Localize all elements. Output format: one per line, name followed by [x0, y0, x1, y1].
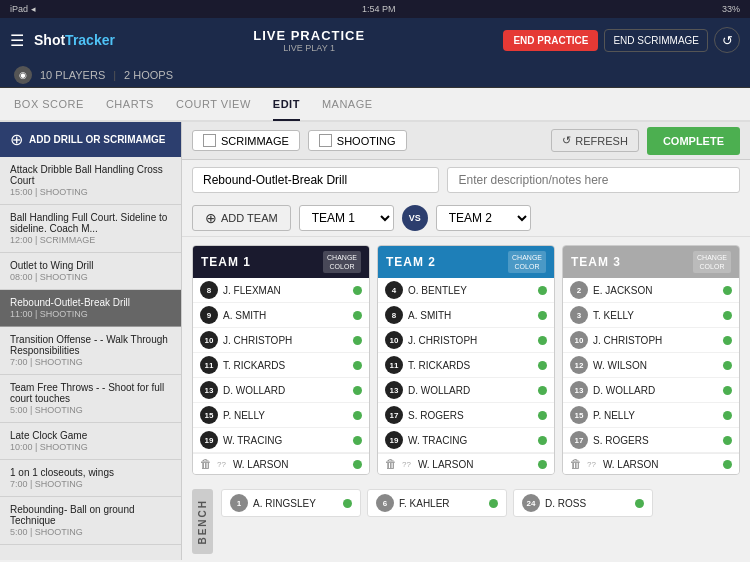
- player-row[interactable]: 12 W. WILSON: [563, 353, 739, 378]
- drill-item[interactable]: Late Clock Game 10:00 | SHOOTING: [0, 423, 181, 460]
- player-row-trash[interactable]: 🗑 ?? W. LARSON: [193, 453, 369, 474]
- status-left: iPad ◂: [10, 4, 36, 14]
- player-row-trash[interactable]: 🗑 ?? W. LARSON: [563, 453, 739, 474]
- tab-court-view[interactable]: COURT VIEW: [176, 88, 251, 120]
- player-row[interactable]: 19 W. TRACING: [378, 428, 554, 453]
- status-right: 33%: [722, 4, 740, 14]
- bench-player[interactable]: 6 F. KAHLER: [367, 489, 507, 517]
- complete-button[interactable]: COMPLETE: [647, 127, 740, 155]
- team3-name: TEAM 3: [571, 255, 621, 269]
- header-subtitle: LIVE PLAY 1: [115, 43, 503, 53]
- drill-name: Rebound-Outlet-Break Drill: [10, 297, 171, 308]
- drill-meta: 11:00 | SHOOTING: [10, 309, 171, 319]
- drill-name: Attack Dribble Ball Handling Cross Court: [10, 164, 171, 186]
- player-row[interactable]: 4 O. BENTLEY: [378, 278, 554, 303]
- drill-item[interactable]: Team Free Throws - - Shoot for full cour…: [0, 375, 181, 423]
- player-row[interactable]: 10 J. CHRISTOPH: [378, 328, 554, 353]
- tab-edit[interactable]: EDIT: [273, 89, 300, 121]
- player-row[interactable]: 9 A. SMITH: [193, 303, 369, 328]
- plus-icon: ⊕: [10, 130, 23, 149]
- scrimmage-toggle[interactable]: SCRIMMAGE: [192, 130, 300, 151]
- tab-charts[interactable]: CHARTS: [106, 88, 154, 120]
- drill-name: Transition Offense - - Walk Through Resp…: [10, 334, 171, 356]
- vs-badge: VS: [402, 205, 428, 231]
- drill-name: 1 on 1 closeouts, wings: [10, 467, 171, 478]
- player-row[interactable]: 2 E. JACKSON: [563, 278, 739, 303]
- drill-meta: 08:00 | SHOOTING: [10, 272, 171, 282]
- shooting-label: SHOOTING: [337, 135, 396, 147]
- player-row[interactable]: 13 D. WOLLARD: [378, 378, 554, 403]
- team1-column: TEAM 1 CHANGECOLOR 8 J. FLEXMAN 9 A. SMI…: [192, 245, 370, 475]
- bench-label: BENCH: [192, 489, 213, 554]
- end-practice-button[interactable]: END PRACTICE: [503, 30, 598, 51]
- drill-meta: 7:00 | SHOOTING: [10, 479, 171, 489]
- drill-item[interactable]: Transition Offense - - Walk Through Resp…: [0, 327, 181, 375]
- drill-item-active[interactable]: Rebound-Outlet-Break Drill 11:00 | SHOOT…: [0, 290, 181, 327]
- drill-name: Outlet to Wing Drill: [10, 260, 171, 271]
- player-row[interactable]: 3 T. KELLY: [563, 303, 739, 328]
- refresh-label: REFRESH: [575, 135, 628, 147]
- player-row[interactable]: 13 D. WOLLARD: [563, 378, 739, 403]
- logo: ShotTracker: [34, 32, 115, 48]
- players-icon: ◉: [14, 66, 32, 84]
- drill-meta: 5:00 | SHOOTING: [10, 527, 171, 537]
- info-separator: |: [113, 69, 116, 81]
- bench-player[interactable]: 24 D. ROSS: [513, 489, 653, 517]
- status-time: 1:54 PM: [362, 4, 396, 14]
- drill-item[interactable]: Rebounding- Ball on ground Technique 5:0…: [0, 497, 181, 545]
- team2-column: TEAM 2 CHANGECOLOR 4 O. BENTLEY 8 A. SMI…: [377, 245, 555, 475]
- add-team-label: ADD TEAM: [221, 212, 278, 224]
- drill-meta: 5:00 | SHOOTING: [10, 405, 171, 415]
- player-row[interactable]: 10 J. CHRISTOPH: [563, 328, 739, 353]
- player-row[interactable]: 8 J. FLEXMAN: [193, 278, 369, 303]
- tab-box-score[interactable]: BOX SCORE: [14, 88, 84, 120]
- add-team-button[interactable]: ⊕ ADD TEAM: [192, 205, 291, 231]
- player-row[interactable]: 19 W. TRACING: [193, 428, 369, 453]
- team2-select[interactable]: TEAM 1TEAM 2TEAM 3: [436, 205, 531, 231]
- drill-name-input[interactable]: [192, 167, 439, 193]
- header-title: LIVE PRACTICE: [115, 28, 503, 43]
- drill-name: Team Free Throws - - Shoot for full cour…: [10, 382, 171, 404]
- drill-notes-input[interactable]: [447, 167, 740, 193]
- drill-meta: 15:00 | SHOOTING: [10, 187, 171, 197]
- team3-change-color-button[interactable]: CHANGECOLOR: [693, 251, 731, 273]
- player-row[interactable]: 15 P. NELLY: [563, 403, 739, 428]
- end-scrimmage-button[interactable]: END SCRIMMAGE: [604, 29, 708, 52]
- add-drill-button[interactable]: ⊕ ADD DRILL OR SCRIMAMGE: [0, 122, 181, 157]
- drill-item[interactable]: Outlet to Wing Drill 08:00 | SHOOTING: [0, 253, 181, 290]
- drill-meta: 12:00 | SCRIMMAGE: [10, 235, 171, 245]
- drill-item[interactable]: Attack Dribble Ball Handling Cross Court…: [0, 157, 181, 205]
- player-row[interactable]: 15 P. NELLY: [193, 403, 369, 428]
- team2-name: TEAM 2: [386, 255, 436, 269]
- menu-icon[interactable]: ☰: [10, 31, 24, 50]
- team1-name: TEAM 1: [201, 255, 251, 269]
- drill-meta: 10:00 | SHOOTING: [10, 442, 171, 452]
- player-row[interactable]: 8 A. SMITH: [378, 303, 554, 328]
- drill-item[interactable]: Ball Handling Full Court. Sideline to si…: [0, 205, 181, 253]
- player-row[interactable]: 17 S. ROGERS: [378, 403, 554, 428]
- drill-item[interactable]: 1 on 1 closeouts, wings 7:00 | SHOOTING: [0, 460, 181, 497]
- player-row[interactable]: 17 S. ROGERS: [563, 428, 739, 453]
- scrimmage-checkbox: [203, 134, 216, 147]
- player-row[interactable]: 10 J. CHRISTOPH: [193, 328, 369, 353]
- team2-change-color-button[interactable]: CHANGECOLOR: [508, 251, 546, 273]
- bench-player[interactable]: 1 A. RINGSLEY: [221, 489, 361, 517]
- refresh-button[interactable]: ↺: [714, 27, 740, 53]
- player-row[interactable]: 11 T. RICKARDS: [193, 353, 369, 378]
- team3-column: TEAM 3 CHANGECOLOR 2 E. JACKSON 3 T. KEL…: [562, 245, 740, 475]
- shooting-toggle[interactable]: SHOOTING: [308, 130, 407, 151]
- shooting-checkbox: [319, 134, 332, 147]
- player-row[interactable]: 11 T. RICKARDS: [378, 353, 554, 378]
- refresh-action-button[interactable]: ↺ REFRESH: [551, 129, 639, 152]
- scrimmage-label: SCRIMMAGE: [221, 135, 289, 147]
- tab-manage[interactable]: MANAGE: [322, 88, 373, 120]
- player-row[interactable]: 13 D. WOLLARD: [193, 378, 369, 403]
- refresh-icon: ↺: [562, 134, 571, 147]
- add-drill-label: ADD DRILL OR SCRIMAMGE: [29, 134, 165, 145]
- drill-name: Late Clock Game: [10, 430, 171, 441]
- player-row-trash[interactable]: 🗑 ?? W. LARSON: [378, 453, 554, 474]
- team1-select[interactable]: TEAM 1TEAM 2TEAM 3: [299, 205, 394, 231]
- team1-change-color-button[interactable]: CHANGECOLOR: [323, 251, 361, 273]
- players-count: 10 PLAYERS: [40, 69, 105, 81]
- drill-name: Rebounding- Ball on ground Technique: [10, 504, 171, 526]
